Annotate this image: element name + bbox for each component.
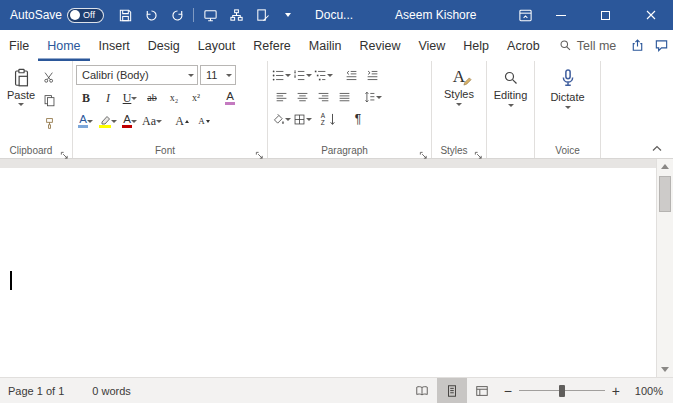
multilevel-list-button[interactable] — [313, 65, 333, 85]
zoom-in-button[interactable]: + — [605, 383, 627, 399]
bold-button[interactable]: B — [76, 88, 96, 108]
copy-button[interactable] — [39, 90, 59, 110]
editing-button[interactable]: Editing — [490, 65, 531, 142]
autosave-switch[interactable]: Off — [67, 8, 104, 23]
styles-icon: A — [453, 68, 465, 85]
tab-review[interactable]: Review — [350, 30, 409, 61]
web-layout-button[interactable] — [467, 378, 497, 403]
italic-button[interactable]: I — [98, 88, 118, 108]
clear-formatting-button[interactable]: A — [220, 88, 240, 108]
tab-references[interactable]: Refere — [244, 30, 300, 61]
zoom-slider[interactable] — [519, 378, 605, 403]
word-count[interactable]: 0 words — [84, 385, 139, 397]
borders-button[interactable] — [292, 109, 312, 129]
save-button[interactable] — [112, 2, 138, 28]
read-mode-button[interactable] — [407, 378, 437, 403]
redo-button[interactable] — [164, 2, 190, 28]
font-color-button[interactable]: A — [120, 111, 140, 131]
collapse-ribbon-button[interactable] — [649, 142, 665, 154]
scroll-down-button[interactable] — [657, 362, 673, 377]
web-layout-icon — [475, 384, 489, 398]
zoom-slider-thumb[interactable] — [559, 385, 565, 397]
document-edit-button[interactable] — [249, 2, 275, 28]
align-center-button[interactable] — [292, 87, 312, 107]
line-spacing-button[interactable] — [362, 87, 382, 107]
print-layout-button[interactable] — [437, 378, 467, 403]
underline-button[interactable]: U — [120, 88, 140, 108]
chevron-down-icon — [285, 74, 291, 77]
font-size-select[interactable]: 11 — [200, 65, 236, 85]
clipboard-dialog-launcher[interactable] — [60, 146, 69, 155]
undo-button[interactable] — [138, 2, 164, 28]
scroll-up-button[interactable] — [657, 159, 673, 174]
strikethrough-button[interactable]: ab — [142, 88, 162, 108]
zoom-level[interactable]: 100% — [627, 385, 673, 397]
align-left-button[interactable] — [271, 87, 291, 107]
maximize-button[interactable] — [583, 0, 628, 30]
increase-indent-button[interactable] — [362, 65, 382, 85]
sort-icon: A Z — [321, 112, 325, 126]
font-name-select[interactable]: Calibri (Body) — [76, 65, 198, 85]
superscript-button[interactable]: x² — [186, 88, 206, 108]
styles-dialog-launcher[interactable] — [474, 146, 483, 155]
superscript-icon: x² — [192, 93, 200, 103]
change-case-button[interactable]: Aa — [142, 111, 162, 131]
justify-button[interactable] — [334, 87, 354, 107]
autosave-toggle[interactable]: AutoSave Off — [0, 8, 112, 23]
customize-qat-button[interactable] — [275, 2, 301, 28]
grow-font-button[interactable]: A — [172, 111, 192, 131]
tab-layout[interactable]: Layout — [189, 30, 245, 61]
justify-icon — [338, 91, 351, 104]
org-chart-button[interactable] — [223, 2, 249, 28]
paragraph-dialog-launcher[interactable] — [419, 146, 428, 155]
comment-icon — [654, 38, 669, 53]
ribbon-tabs: File Home Insert Desig Layout Refere Mai… — [0, 30, 673, 61]
chevron-down-icon — [131, 120, 137, 123]
scrollbar-thumb[interactable] — [659, 176, 671, 212]
decrease-indent-icon — [345, 69, 358, 82]
subscript-button[interactable]: x₂ — [164, 88, 184, 108]
tab-help[interactable]: Help — [454, 30, 498, 61]
page-indicator[interactable]: Page 1 of 1 — [0, 385, 72, 397]
document-page[interactable] — [0, 168, 656, 377]
tab-design[interactable]: Desig — [139, 30, 189, 61]
zoom-out-button[interactable]: − — [497, 383, 519, 399]
vertical-scrollbar[interactable] — [656, 159, 673, 377]
format-painter-button[interactable] — [39, 113, 59, 133]
bullets-button[interactable] — [271, 65, 291, 85]
tab-insert[interactable]: Insert — [90, 30, 139, 61]
align-right-button[interactable] — [313, 87, 333, 107]
align-center-icon — [296, 91, 309, 104]
bullets-icon — [272, 69, 285, 82]
tab-mailings[interactable]: Mailin — [300, 30, 351, 61]
maximize-icon — [601, 11, 610, 20]
text-effects-button[interactable]: A — [76, 111, 96, 131]
font-dialog-launcher[interactable] — [255, 146, 264, 155]
touch-mouse-mode-button[interactable] — [197, 2, 223, 28]
user-name[interactable]: Aseem Kishore — [395, 8, 476, 22]
minimize-button[interactable] — [538, 0, 583, 30]
close-button[interactable] — [628, 0, 673, 30]
text-highlight-button[interactable] — [98, 111, 118, 131]
tab-home[interactable]: Home — [38, 30, 89, 61]
styles-button[interactable]: A Styles — [435, 65, 483, 142]
dictate-button[interactable]: Dictate — [538, 65, 597, 142]
paragraph-row-2 — [271, 87, 428, 107]
comments-button[interactable] — [650, 30, 673, 61]
chevron-down-icon — [226, 74, 232, 77]
tell-me-box[interactable]: Tell me — [549, 30, 627, 61]
tab-file[interactable]: File — [0, 30, 38, 61]
show-hide-marks-button[interactable]: ¶ — [348, 109, 368, 129]
font-name-value: Calibri (Body) — [82, 69, 149, 81]
numbering-button[interactable] — [292, 65, 312, 85]
decrease-indent-button[interactable] — [341, 65, 361, 85]
sort-button[interactable]: A Z — [320, 109, 340, 129]
shrink-font-button[interactable]: A — [194, 111, 214, 131]
paste-button[interactable]: Paste — [3, 65, 39, 142]
cut-button[interactable] — [39, 67, 59, 87]
tab-view[interactable]: View — [409, 30, 454, 61]
share-button[interactable] — [626, 30, 649, 61]
ribbon-display-options-button[interactable] — [512, 2, 538, 28]
shading-button[interactable] — [271, 109, 291, 129]
tab-acrobat[interactable]: Acrob — [498, 30, 549, 61]
